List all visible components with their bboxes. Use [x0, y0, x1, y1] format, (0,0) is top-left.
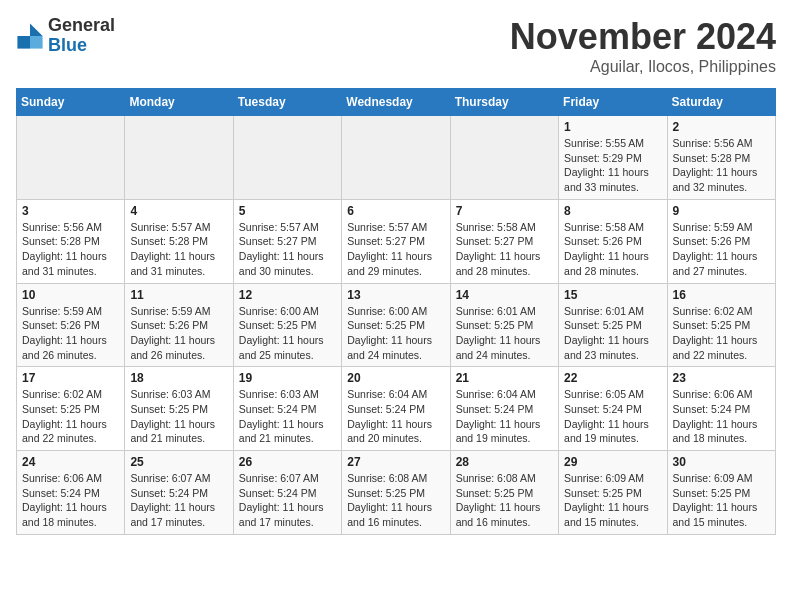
weekday-header-thursday: Thursday	[450, 89, 558, 116]
day-info: Sunrise: 6:04 AM Sunset: 5:24 PM Dayligh…	[456, 387, 553, 446]
day-info: Sunrise: 6:05 AM Sunset: 5:24 PM Dayligh…	[564, 387, 661, 446]
calendar-cell: 9Sunrise: 5:59 AM Sunset: 5:26 PM Daylig…	[667, 199, 775, 283]
day-number: 2	[673, 120, 770, 134]
day-number: 3	[22, 204, 119, 218]
calendar-cell: 4Sunrise: 5:57 AM Sunset: 5:28 PM Daylig…	[125, 199, 233, 283]
logo-general: General	[48, 16, 115, 36]
calendar-cell: 15Sunrise: 6:01 AM Sunset: 5:25 PM Dayli…	[559, 283, 667, 367]
day-number: 24	[22, 455, 119, 469]
calendar-cell: 24Sunrise: 6:06 AM Sunset: 5:24 PM Dayli…	[17, 451, 125, 535]
calendar-week-4: 17Sunrise: 6:02 AM Sunset: 5:25 PM Dayli…	[17, 367, 776, 451]
day-info: Sunrise: 6:06 AM Sunset: 5:24 PM Dayligh…	[673, 387, 770, 446]
calendar-cell: 30Sunrise: 6:09 AM Sunset: 5:25 PM Dayli…	[667, 451, 775, 535]
calendar-cell: 10Sunrise: 5:59 AM Sunset: 5:26 PM Dayli…	[17, 283, 125, 367]
calendar-week-3: 10Sunrise: 5:59 AM Sunset: 5:26 PM Dayli…	[17, 283, 776, 367]
day-info: Sunrise: 5:56 AM Sunset: 5:28 PM Dayligh…	[22, 220, 119, 279]
calendar-week-5: 24Sunrise: 6:06 AM Sunset: 5:24 PM Dayli…	[17, 451, 776, 535]
day-number: 21	[456, 371, 553, 385]
weekday-row: SundayMondayTuesdayWednesdayThursdayFrid…	[17, 89, 776, 116]
day-info: Sunrise: 5:58 AM Sunset: 5:26 PM Dayligh…	[564, 220, 661, 279]
day-number: 14	[456, 288, 553, 302]
day-number: 7	[456, 204, 553, 218]
day-info: Sunrise: 6:02 AM Sunset: 5:25 PM Dayligh…	[22, 387, 119, 446]
day-number: 25	[130, 455, 227, 469]
svg-marker-1	[30, 36, 43, 49]
day-info: Sunrise: 5:57 AM Sunset: 5:28 PM Dayligh…	[130, 220, 227, 279]
logo-blue: Blue	[48, 36, 115, 56]
calendar-cell: 20Sunrise: 6:04 AM Sunset: 5:24 PM Dayli…	[342, 367, 450, 451]
calendar-cell: 7Sunrise: 5:58 AM Sunset: 5:27 PM Daylig…	[450, 199, 558, 283]
day-info: Sunrise: 6:02 AM Sunset: 5:25 PM Dayligh…	[673, 304, 770, 363]
location: Aguilar, Ilocos, Philippines	[510, 58, 776, 76]
calendar-cell	[233, 116, 341, 200]
calendar-body: 1Sunrise: 5:55 AM Sunset: 5:29 PM Daylig…	[17, 116, 776, 535]
svg-marker-0	[30, 23, 43, 36]
day-number: 18	[130, 371, 227, 385]
calendar-cell: 3Sunrise: 5:56 AM Sunset: 5:28 PM Daylig…	[17, 199, 125, 283]
day-info: Sunrise: 6:03 AM Sunset: 5:24 PM Dayligh…	[239, 387, 336, 446]
day-info: Sunrise: 6:01 AM Sunset: 5:25 PM Dayligh…	[564, 304, 661, 363]
day-number: 1	[564, 120, 661, 134]
day-number: 26	[239, 455, 336, 469]
day-info: Sunrise: 6:09 AM Sunset: 5:25 PM Dayligh…	[564, 471, 661, 530]
day-number: 30	[673, 455, 770, 469]
day-info: Sunrise: 5:55 AM Sunset: 5:29 PM Dayligh…	[564, 136, 661, 195]
day-info: Sunrise: 6:04 AM Sunset: 5:24 PM Dayligh…	[347, 387, 444, 446]
title-block: November 2024 Aguilar, Ilocos, Philippin…	[510, 16, 776, 76]
logo-icon	[16, 22, 44, 50]
day-number: 19	[239, 371, 336, 385]
day-number: 4	[130, 204, 227, 218]
day-info: Sunrise: 5:57 AM Sunset: 5:27 PM Dayligh…	[239, 220, 336, 279]
weekday-header-sunday: Sunday	[17, 89, 125, 116]
day-number: 8	[564, 204, 661, 218]
day-number: 28	[456, 455, 553, 469]
calendar-cell: 21Sunrise: 6:04 AM Sunset: 5:24 PM Dayli…	[450, 367, 558, 451]
day-info: Sunrise: 6:03 AM Sunset: 5:25 PM Dayligh…	[130, 387, 227, 446]
day-info: Sunrise: 6:07 AM Sunset: 5:24 PM Dayligh…	[239, 471, 336, 530]
calendar-cell: 11Sunrise: 5:59 AM Sunset: 5:26 PM Dayli…	[125, 283, 233, 367]
weekday-header-tuesday: Tuesday	[233, 89, 341, 116]
calendar-cell: 13Sunrise: 6:00 AM Sunset: 5:25 PM Dayli…	[342, 283, 450, 367]
day-number: 17	[22, 371, 119, 385]
calendar-cell: 19Sunrise: 6:03 AM Sunset: 5:24 PM Dayli…	[233, 367, 341, 451]
day-number: 20	[347, 371, 444, 385]
calendar-header: SundayMondayTuesdayWednesdayThursdayFrid…	[17, 89, 776, 116]
calendar-cell: 29Sunrise: 6:09 AM Sunset: 5:25 PM Dayli…	[559, 451, 667, 535]
day-info: Sunrise: 6:08 AM Sunset: 5:25 PM Dayligh…	[347, 471, 444, 530]
day-info: Sunrise: 6:01 AM Sunset: 5:25 PM Dayligh…	[456, 304, 553, 363]
weekday-header-friday: Friday	[559, 89, 667, 116]
calendar-cell: 6Sunrise: 5:57 AM Sunset: 5:27 PM Daylig…	[342, 199, 450, 283]
day-number: 11	[130, 288, 227, 302]
calendar-cell: 1Sunrise: 5:55 AM Sunset: 5:29 PM Daylig…	[559, 116, 667, 200]
weekday-header-wednesday: Wednesday	[342, 89, 450, 116]
calendar-cell: 8Sunrise: 5:58 AM Sunset: 5:26 PM Daylig…	[559, 199, 667, 283]
calendar-cell	[450, 116, 558, 200]
svg-marker-2	[17, 36, 30, 49]
day-info: Sunrise: 5:59 AM Sunset: 5:26 PM Dayligh…	[673, 220, 770, 279]
calendar-cell: 27Sunrise: 6:08 AM Sunset: 5:25 PM Dayli…	[342, 451, 450, 535]
calendar-week-2: 3Sunrise: 5:56 AM Sunset: 5:28 PM Daylig…	[17, 199, 776, 283]
calendar-cell	[17, 116, 125, 200]
calendar-cell: 17Sunrise: 6:02 AM Sunset: 5:25 PM Dayli…	[17, 367, 125, 451]
calendar-cell: 18Sunrise: 6:03 AM Sunset: 5:25 PM Dayli…	[125, 367, 233, 451]
day-info: Sunrise: 5:59 AM Sunset: 5:26 PM Dayligh…	[22, 304, 119, 363]
day-number: 10	[22, 288, 119, 302]
day-info: Sunrise: 5:56 AM Sunset: 5:28 PM Dayligh…	[673, 136, 770, 195]
day-number: 23	[673, 371, 770, 385]
page-header: General Blue November 2024 Aguilar, Iloc…	[16, 16, 776, 76]
calendar-cell: 22Sunrise: 6:05 AM Sunset: 5:24 PM Dayli…	[559, 367, 667, 451]
day-info: Sunrise: 5:58 AM Sunset: 5:27 PM Dayligh…	[456, 220, 553, 279]
day-number: 5	[239, 204, 336, 218]
day-number: 15	[564, 288, 661, 302]
logo: General Blue	[16, 16, 115, 56]
day-info: Sunrise: 5:59 AM Sunset: 5:26 PM Dayligh…	[130, 304, 227, 363]
calendar-cell: 16Sunrise: 6:02 AM Sunset: 5:25 PM Dayli…	[667, 283, 775, 367]
calendar-table: SundayMondayTuesdayWednesdayThursdayFrid…	[16, 88, 776, 535]
day-number: 12	[239, 288, 336, 302]
day-number: 29	[564, 455, 661, 469]
calendar-cell: 23Sunrise: 6:06 AM Sunset: 5:24 PM Dayli…	[667, 367, 775, 451]
day-number: 22	[564, 371, 661, 385]
day-number: 27	[347, 455, 444, 469]
weekday-header-saturday: Saturday	[667, 89, 775, 116]
calendar-cell	[125, 116, 233, 200]
